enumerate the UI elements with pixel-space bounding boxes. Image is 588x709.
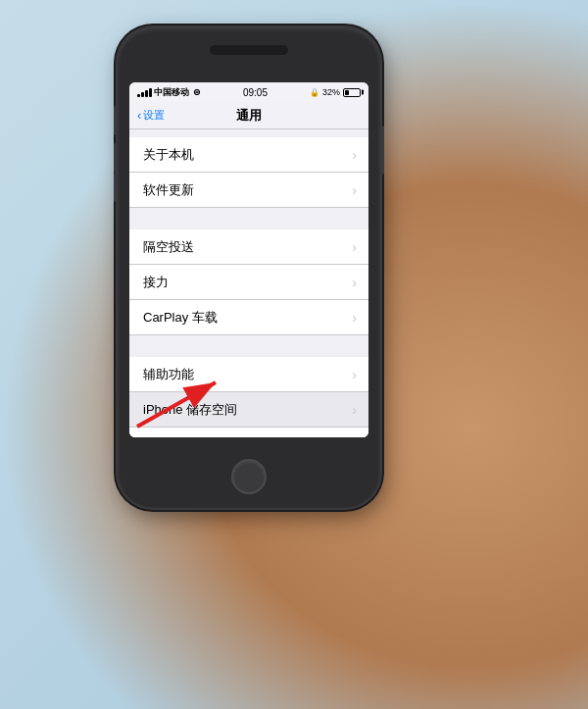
back-chevron-icon: ‹ [137, 108, 141, 123]
list-item[interactable]: 关于本机 › [129, 137, 368, 173]
settings-group-3: 辅助功能 › iPhone 储存空间 › 后台应用刷新 › [129, 335, 368, 437]
settings-scroll-area[interactable]: 关于本机 › 软件更新 › 隔空投送 [129, 129, 368, 437]
status-time: 09:05 [243, 87, 268, 98]
chevron-icon: › [352, 437, 357, 438]
item-label-software-update: 软件更新 [143, 181, 194, 199]
status-bar: 中国移动 ⊜ 09:05 🔒 32% [129, 82, 368, 102]
settings-content: 关于本机 › 软件更新 › 隔空投送 [129, 129, 368, 437]
chevron-icon: › [352, 275, 357, 290]
item-label-airdrop: 隔空投送 [143, 238, 194, 256]
list-item[interactable]: 软件更新 › [129, 173, 368, 208]
lock-icon: 🔒 [310, 88, 319, 97]
wifi-icon: ⊜ [193, 87, 201, 97]
section-divider [129, 335, 368, 357]
chevron-icon: › [352, 239, 357, 255]
list-item[interactable]: 接力 › [129, 265, 368, 300]
settings-group-2: 隔空投送 › 接力 › CarPlay 车载 › [129, 208, 368, 335]
item-label-handoff: 接力 [143, 274, 169, 291]
phone-shell: 中国移动 ⊜ 09:05 🔒 32% ‹ [118, 27, 380, 508]
carrier-label: 中国移动 [154, 86, 189, 99]
item-label-accessibility: 辅助功能 [143, 366, 194, 383]
chevron-icon: › [352, 147, 357, 163]
scene: 中国移动 ⊜ 09:05 🔒 32% ‹ [0, 0, 588, 709]
nav-bar: ‹ 设置 通用 [129, 102, 368, 129]
list-item-storage[interactable]: iPhone 储存空间 › [129, 392, 368, 428]
section-divider [129, 129, 368, 137]
signal-icon [137, 88, 152, 97]
list-item[interactable]: 后台应用刷新 › [129, 428, 368, 437]
nav-back-button[interactable]: ‹ 设置 [137, 108, 165, 123]
section-divider [129, 208, 368, 229]
item-label-carplay: CarPlay 车载 [143, 309, 218, 327]
status-carrier-wifi: 中国移动 ⊜ [137, 86, 201, 99]
list-item[interactable]: CarPlay 车载 › [129, 300, 368, 335]
battery-icon [343, 88, 361, 97]
settings-group-1: 关于本机 › 软件更新 › [129, 129, 368, 208]
item-label-background-refresh: 后台应用刷新 [143, 436, 220, 438]
chevron-icon: › [352, 310, 357, 326]
battery-percent: 32% [322, 87, 340, 97]
chevron-icon: › [352, 367, 357, 382]
home-button[interactable] [231, 459, 267, 494]
back-label: 设置 [143, 108, 165, 123]
chevron-icon: › [352, 402, 357, 418]
nav-title: 通用 [236, 107, 262, 125]
speaker-notch [210, 45, 288, 55]
item-label-about: 关于本机 [143, 146, 194, 164]
battery-fill [345, 90, 349, 95]
chevron-icon: › [352, 182, 357, 198]
item-label-storage: iPhone 储存空间 [143, 401, 237, 419]
list-item[interactable]: 辅助功能 › [129, 357, 368, 392]
status-battery: 🔒 32% [310, 87, 361, 97]
list-item[interactable]: 隔空投送 › [129, 229, 368, 265]
phone-screen: 中国移动 ⊜ 09:05 🔒 32% ‹ [129, 82, 368, 437]
